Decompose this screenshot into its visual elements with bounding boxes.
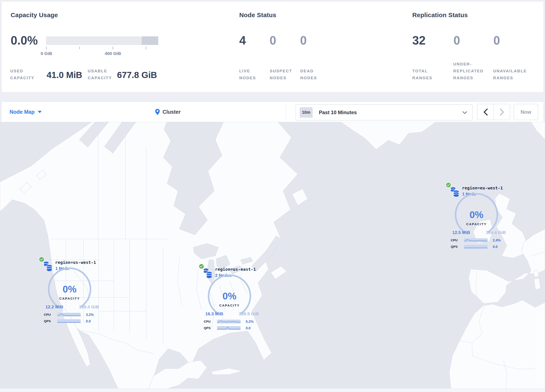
view-selector-dropdown[interactable]: Node Map: [10, 102, 42, 122]
breadcrumb[interactable]: Cluster: [155, 102, 180, 122]
capacity-usage-title: Capacity Usage: [11, 12, 58, 19]
capacity-usage-bar-end-segment: [142, 36, 158, 45]
live-nodes-count: 4: [239, 34, 246, 47]
cpu-label: CPU: [451, 238, 463, 242]
cpu-metric-row: CPU 3.2%: [44, 312, 94, 317]
qps-value: 0.0: [493, 245, 498, 249]
capacity-percent: 0%: [206, 291, 253, 301]
usable-capacity-label: USABLE CAPACITY: [88, 68, 117, 81]
qps-sparkline: [464, 245, 488, 249]
capacity-percent: 0%: [453, 209, 499, 220]
capacity-usable-value: 169.4 GiB: [480, 230, 512, 235]
cpu-metric-row: CPU 5.2%: [204, 319, 254, 324]
time-range-select[interactable]: 10m Past 10 Minutes: [296, 104, 473, 120]
total-ranges-label: TOTAL RANGES: [412, 68, 437, 81]
time-step-forward-button[interactable]: [494, 104, 510, 120]
cpu-metric-row: CPU 2.4%: [451, 238, 501, 243]
region-name: region=us-west-1: [55, 260, 96, 265]
capacity-tick: [146, 47, 146, 49]
suspect-nodes-label: SUSPECT NODES: [270, 68, 297, 81]
region-marker-us-east-1[interactable]: region=us-east-1 2 Nodes 0% CAPACITY 16.…: [198, 261, 262, 334]
capacity-usable-value: 338.9 GiB: [233, 311, 265, 316]
capacity-percent: 0%: [47, 284, 93, 295]
cpu-sparkline: [57, 313, 81, 317]
time-step-back-button[interactable]: [477, 104, 494, 120]
dead-nodes-label: DEAD NODES: [300, 68, 323, 81]
qps-metric-row: QPS 0.0: [44, 319, 91, 324]
view-selector-label: Node Map: [10, 109, 34, 115]
qps-value: 0.0: [246, 326, 251, 330]
cpu-sparkline: [464, 238, 488, 242]
cpu-value: 5.2%: [246, 320, 254, 324]
capacity-tick: [113, 47, 113, 49]
cpu-value: 3.2%: [86, 313, 94, 317]
map-pin-icon: [155, 109, 160, 115]
usable-capacity-value: 677.8 GiB: [117, 68, 157, 81]
qps-sparkline: [57, 319, 81, 323]
chevron-right-icon: [500, 108, 504, 116]
total-ranges-count: 32: [412, 34, 426, 47]
capacity-used-value: 16.3 MiB: [198, 311, 230, 316]
unavailable-ranges-count: 0: [493, 34, 500, 47]
qps-value: 0.0: [86, 319, 91, 323]
map-footer-strip: [0, 389, 545, 392]
now-button[interactable]: Now: [514, 104, 538, 120]
qps-label: QPS: [451, 245, 463, 249]
capacity-usable-value: 169.4 GiB: [73, 305, 105, 309]
capacity-label: CAPACITY: [206, 304, 253, 307]
qps-sparkline: [217, 326, 241, 330]
region-name: region=us-east-1: [215, 267, 256, 272]
qps-metric-row: QPS 0.0: [204, 326, 251, 330]
suspect-nodes-count: 0: [270, 34, 276, 47]
chevron-left-icon: [483, 108, 488, 116]
cpu-value: 2.4%: [493, 238, 501, 242]
capacity-tick-label-0: 0 GiB: [34, 51, 59, 56]
toolbar-divider: [286, 104, 286, 120]
used-capacity-label: USED CAPACITY: [10, 68, 37, 81]
time-range-badge: 10m: [300, 107, 313, 118]
capacity-usage-percent: 0.0%: [11, 34, 38, 47]
unavailable-ranges-label: UNAVAILABLE RANGES: [493, 68, 537, 81]
chevron-down-icon: [38, 111, 42, 113]
region-marker-us-west-1[interactable]: region=us-west-1 1 Node 0% CAPACITY 12.2…: [38, 255, 102, 327]
qps-metric-row: QPS 0.0: [451, 244, 498, 249]
time-range-label: Past 10 Minutes: [319, 110, 357, 115]
chevron-down-icon: [462, 111, 467, 114]
map-toolbar: Node Map Cluster 10m Past 10 Minutes Now: [2, 102, 543, 122]
breadcrumb-label: Cluster: [163, 109, 180, 115]
capacity-usage-bar: [46, 36, 158, 45]
capacity-tick-label-400: 400 GiB: [100, 51, 125, 56]
cpu-sparkline: [217, 320, 241, 324]
region-name: region=eu-west-1: [462, 186, 503, 190]
node-status-title: Node Status: [239, 12, 276, 19]
under-replicated-ranges-count: 0: [453, 34, 460, 47]
live-nodes-label: LIVE NODES: [239, 68, 262, 81]
dead-nodes-count: 0: [300, 34, 307, 47]
cluster-summary-bar: Capacity Usage 0.0% 0 GiB 400 GiB USED C…: [2, 2, 543, 92]
island-sardinia: [534, 278, 540, 290]
time-step-buttons: [477, 104, 510, 120]
capacity-used-value: 12.2 MiB: [39, 305, 70, 309]
cpu-label: CPU: [44, 313, 56, 317]
capacity-label: CAPACITY: [47, 297, 93, 300]
capacity-tick: [79, 47, 80, 49]
used-capacity-value: 41.0 MiB: [47, 68, 82, 81]
capacity-used-value: 12.5 MiB: [446, 230, 477, 235]
region-marker-eu-west-1[interactable]: region=eu-west-1 1 Node 0% CAPACITY 12.5…: [445, 180, 509, 252]
replication-status-title: Replication Status: [412, 12, 468, 19]
qps-label: QPS: [204, 326, 216, 330]
cpu-label: CPU: [204, 320, 216, 324]
capacity-tick: [46, 47, 47, 49]
capacity-label: CAPACITY: [453, 222, 499, 226]
under-replicated-ranges-label: UNDER-REPLICATED RANGES: [453, 61, 490, 81]
qps-label: QPS: [44, 319, 56, 323]
